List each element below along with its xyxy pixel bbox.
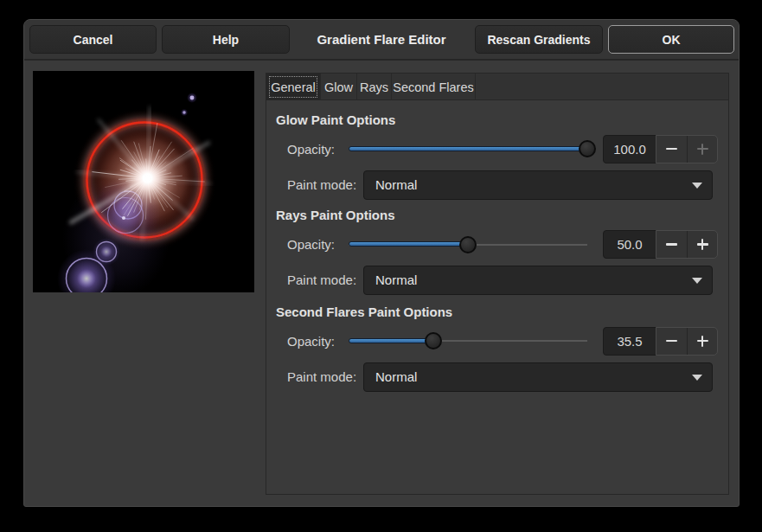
section-glow-paint-options: Glow Paint Options Opacity: 100.0 [266,112,729,202]
paint-mode-row: Paint mode: Normal [266,362,729,392]
plus-icon-vertical [701,144,704,155]
dropdown-arrow-icon [692,278,702,284]
slider-handle[interactable] [459,236,477,253]
dropdown-arrow-icon [692,183,702,189]
opacity-increase-button[interactable] [688,328,717,355]
screen: Cancel Help Gradient Flare Editor Rescan… [0,0,762,532]
ok-button[interactable]: OK [608,25,734,54]
minus-icon [666,340,677,343]
opacity-spinbutton: 100.0 [603,135,718,163]
opacity-row: Opacity: 100.0 [266,135,729,163]
tab-second-flares-label: Second Flares [393,80,474,94]
paint-mode-dropdown[interactable]: Normal [363,170,713,200]
opacity-increase-button[interactable] [688,136,717,163]
paint-mode-value: Normal [375,171,417,199]
opacity-spinbutton: 35.5 [603,327,718,356]
slider-fill [349,338,433,343]
slider-handle[interactable] [425,332,442,349]
dropdown-arrow-icon [692,375,702,381]
tab-glow[interactable]: Glow [321,74,357,100]
flare-preview [33,71,254,292]
tab-strip: General Glow Rays Second Flares [266,74,728,100]
tab-general[interactable]: General [266,74,321,100]
opacity-increase-button[interactable] [688,231,717,258]
paint-mode-dropdown[interactable]: Normal [363,266,713,295]
tab-rays[interactable]: Rays [357,74,392,100]
section-heading: Second Flares Paint Options [276,304,452,320]
tab-content-general: Glow Paint Options Opacity: 100.0 [266,101,728,494]
tab-focus-outline [269,76,317,98]
opacity-label: Opacity: [287,230,335,259]
section-rays-paint-options: Rays Paint Options Opacity: 50.0 [266,208,729,298]
opacity-row: Opacity: 50.0 [266,230,729,259]
spin-buttons [656,135,718,163]
paint-mode-row: Paint mode: Normal [266,266,729,295]
opacity-decrease-button[interactable] [656,231,688,258]
opacity-slider[interactable] [349,230,587,259]
flare-preview-image [33,71,254,292]
minus-icon [666,148,677,151]
paint-mode-label: Paint mode: [287,266,356,295]
paint-mode-dropdown[interactable]: Normal [363,362,713,392]
opacity-value[interactable]: 50.0 [603,230,656,259]
tab-second-flares[interactable]: Second Flares [392,74,476,100]
dialog-header: Cancel Help Gradient Flare Editor Rescan… [24,20,739,61]
paint-mode-value: Normal [375,266,417,294]
opacity-decrease-button[interactable] [656,136,688,163]
plus-icon-vertical [701,336,704,347]
opacity-label: Opacity: [287,327,335,356]
opacity-decrease-button[interactable] [656,328,688,355]
section-heading: Rays Paint Options [276,208,395,223]
tab-rays-label: Rays [360,80,388,94]
slider-fill [349,241,468,247]
opacity-slider[interactable] [349,135,587,163]
paint-mode-value: Normal [375,363,417,391]
opacity-value[interactable]: 100.0 [603,135,656,163]
plus-icon-vertical [701,239,704,250]
tab-glow-label: Glow [324,80,353,94]
slider-handle[interactable] [579,140,596,157]
paint-mode-label: Paint mode: [287,170,356,200]
rescan-gradients-button[interactable]: Rescan Gradients [475,25,603,54]
paint-mode-row: Paint mode: Normal [266,170,729,200]
gradient-flare-editor-dialog: Cancel Help Gradient Flare Editor Rescan… [23,19,740,507]
opacity-row: Opacity: 35.5 [266,327,729,356]
paint-mode-label: Paint mode: [287,362,356,392]
opacity-spinbutton: 50.0 [603,230,718,259]
opacity-value[interactable]: 35.5 [603,327,656,356]
section-heading: Glow Paint Options [276,112,395,128]
notebook: General Glow Rays Second Flares Glow Pai… [266,73,729,495]
minus-icon [666,243,677,246]
opacity-slider[interactable] [349,327,587,356]
opacity-label: Opacity: [287,135,335,163]
slider-fill [349,146,587,151]
spin-buttons [656,327,718,356]
section-second-flares-paint-options: Second Flares Paint Options Opacity: 35.… [266,304,729,394]
spin-buttons [656,230,718,259]
